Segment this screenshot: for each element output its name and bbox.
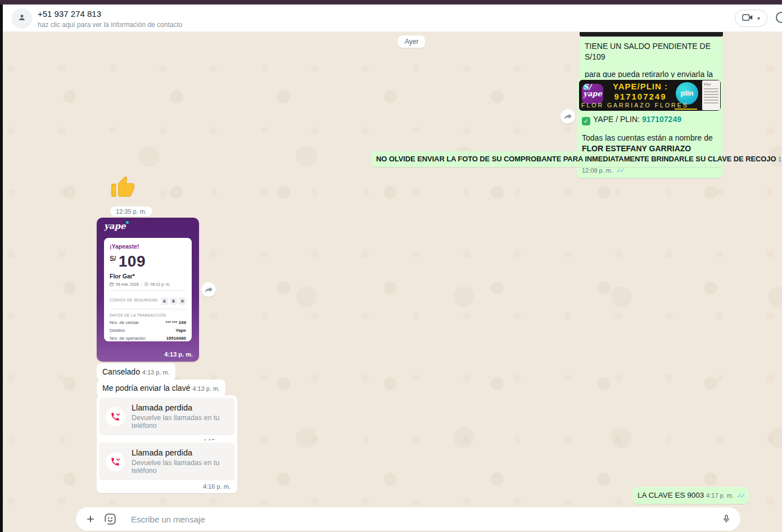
- message-no-olvide: NO OLVIDE ENVIAR LA FOTO DE SU COMPROBAN…: [371, 151, 723, 167]
- receipt-title: ¡Yapeaste!: [110, 243, 186, 250]
- receipt-amount: S/ 109: [110, 253, 186, 270]
- chevron-down-icon: ▾: [757, 15, 760, 21]
- missed-call-title: Llamada perdida: [132, 403, 228, 412]
- message-composer: [76, 507, 740, 531]
- receipt-row: Destino Yape: [110, 328, 186, 333]
- receipt-datetime: 06 mar. 2026 | 04:12 p. m.: [110, 282, 186, 286]
- banner-underline: [675, 109, 697, 110]
- missed-call-icon: [106, 452, 125, 471]
- check-mark-emoji: ✓: [582, 117, 590, 125]
- message-canselado: Canselado 4:13 p. m.: [97, 363, 175, 381]
- message-time: 4:17 p. m.: [706, 492, 734, 499]
- window-left-edge: [0, 4, 3, 532]
- caption-line: Todas las cuentas están a nombre de: [582, 133, 718, 143]
- missed-call-subtitle: Devuelve las llamadas en tu teléfono: [132, 459, 228, 475]
- message-input[interactable]: [124, 515, 713, 524]
- price-list-thumbnail: Flor: [702, 80, 720, 110]
- forward-message-button[interactable]: [560, 109, 575, 124]
- video-call-button[interactable]: ▾: [735, 10, 767, 27]
- date-divider: Ayer: [398, 35, 425, 48]
- security-code-label: CÓDIGO DE SEGURIDAD: [110, 298, 157, 302]
- emoji-sticker-button[interactable]: [104, 513, 116, 525]
- browser-title-bar: [0, 0, 782, 4]
- yape-receipt-image[interactable]: yape ¡Yapeaste! S/ 109 Flor Gar* 06 mar.…: [97, 218, 199, 362]
- yape-plin-banner-image[interactable]: yape S/ YAPE/PLIN : 917107249 plin Flor …: [579, 80, 721, 111]
- attach-plus-button[interactable]: [85, 513, 96, 525]
- forward-message-button[interactable]: [201, 282, 216, 297]
- message-time-pill: 12:35 p. m.: [110, 206, 152, 217]
- message-time: 12:08 p. m.: [778, 156, 782, 163]
- person-icon: [16, 12, 28, 25]
- microphone-button[interactable]: [721, 513, 731, 525]
- message-time: 4:13 p. m.: [164, 351, 193, 358]
- yape-logo: yape: [104, 221, 125, 231]
- receipt-card: ¡Yapeaste! S/ 109 Flor Gar* 06 mar. 2026…: [104, 238, 192, 341]
- security-code-digits: 680: [159, 295, 186, 305]
- transaction-section-label: DATOS DE LA TRANSACCIÓN: [110, 313, 186, 317]
- message-la-clave: LA CLAVE ES 9003 4:17 p. m. ✓✓: [632, 487, 749, 504]
- missed-call-subtitle: Devuelve las llamadas en tu teléfono: [132, 414, 228, 430]
- message-text-line: TIENE UN SALDO PENDIENTE DE S/109: [585, 41, 718, 62]
- video-camera-icon: [742, 13, 753, 24]
- read-receipt-icon: ✓✓: [736, 492, 744, 499]
- read-receipt-icon: ✓✓: [615, 167, 623, 174]
- message-clave-request: Me podría enviar la clavé 4:13 p. m.: [97, 380, 225, 397]
- message-time: 12:08 p. m.: [582, 167, 613, 174]
- yape-badge: S/: [583, 84, 589, 90]
- search-icon[interactable]: [776, 12, 782, 23]
- whatsapp-window: +51 937 274 813 haz clic aquí para ver l…: [0, 0, 782, 532]
- missed-call-icon: [106, 407, 125, 426]
- receipt-row: Nro. de operación 19516680: [110, 336, 186, 341]
- message-time: 4:16 p. m.: [99, 480, 235, 491]
- phone-number-link[interactable]: 917107249: [642, 115, 681, 124]
- receipt-row: Nro. de celular *** *** 249: [110, 320, 186, 325]
- conversation-panel: Ayer TIENE UN SALDO PENDIENTE DE S/109 p…: [3, 32, 782, 532]
- thumbs-up-emoji: [110, 174, 135, 200]
- avatar[interactable]: [12, 8, 32, 29]
- missed-call-title: Llamada perdida: [132, 448, 228, 457]
- chat-header[interactable]: +51 937 274 813 haz clic aquí para ver l…: [3, 4, 782, 32]
- truncated-image-message[interactable]: [580, 32, 723, 37]
- contact-name[interactable]: +51 937 274 813: [38, 9, 101, 19]
- banner-account-name: FLOR GARRIAZO FLORES: [581, 101, 694, 109]
- missed-call-message[interactable]: Llamada perdida Devuelve las llamadas en…: [97, 440, 237, 493]
- receipt-recipient: Flor Gar*: [110, 273, 186, 279]
- message-time: 4:13 p. m.: [192, 385, 220, 392]
- contact-subtitle[interactable]: haz clic aquí para ver la información de…: [38, 21, 182, 29]
- message-time: 4:13 p. m.: [142, 369, 170, 376]
- caption-line: ✓YAPE / PLIN: 917107249: [582, 114, 718, 125]
